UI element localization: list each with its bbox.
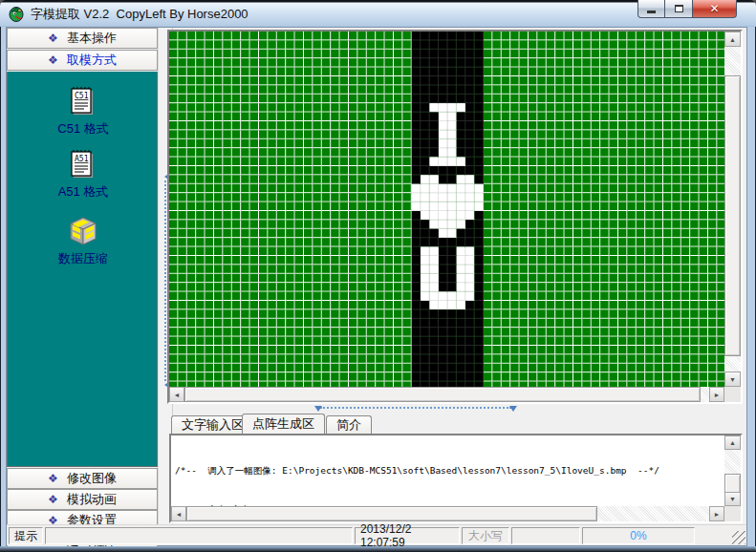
window-bottom-border <box>0 546 756 552</box>
tool-panel: C51 C51 格式 A51 A51 格式 <box>7 72 158 467</box>
scrollbar-thumb[interactable] <box>724 75 741 356</box>
maximize-icon <box>675 5 683 12</box>
scroll-up-button[interactable]: ▲ <box>724 32 741 47</box>
app-icon <box>9 6 25 22</box>
svg-text:A51: A51 <box>75 155 89 163</box>
app-window: 字模提取 V2.2 CopyLeft By Horse2000 ✕ ❖ 基本操作… <box>0 0 756 552</box>
a51-notepad-icon: A51 <box>67 148 99 180</box>
pixel-grid-canvas[interactable] <box>169 32 724 387</box>
status-caps: 大小写 <box>462 527 509 544</box>
scroll-down-button[interactable]: ▼ <box>724 372 741 387</box>
output-textarea[interactable]: /*-- 调入了一幅图像: E:\Projects\KDB-MCS51\soft… <box>171 435 724 506</box>
tab-dot-matrix-output[interactable]: 点阵生成区 <box>242 414 325 434</box>
tab-label: 点阵生成区 <box>252 415 314 433</box>
maximize-button[interactable] <box>665 0 692 18</box>
sidebar-button-label: 模拟动画 <box>67 491 117 508</box>
collapse-down-icon <box>509 406 517 412</box>
resize-grip[interactable] <box>732 531 745 544</box>
diamond-icon: ❖ <box>48 54 58 66</box>
scroll-left-button[interactable]: ◄ <box>169 387 184 402</box>
svg-text:C51: C51 <box>75 92 89 100</box>
output-line: /*-- 调入了一幅图像: E:\Projects\KDB-MCS51\soft… <box>175 464 724 478</box>
tool-data-compress[interactable]: 数据压缩 <box>8 215 159 267</box>
sidebar-button-label: 取模方式 <box>67 52 117 69</box>
datetime-label: 2013/12/2 12:07:59 <box>360 522 454 549</box>
minimize-icon <box>647 11 656 13</box>
diamond-icon: ❖ <box>48 32 58 44</box>
tool-label: A51 格式 <box>8 183 159 201</box>
status-message-panel <box>45 527 353 544</box>
pixel-grid-viewport <box>169 32 724 387</box>
tab-bar: 文字输入区 点阵生成区 简介 <box>169 414 743 434</box>
tab-label: 文字输入区 <box>182 416 244 434</box>
status-datetime: 2013/12/2 12:07:59 <box>355 527 460 544</box>
status-bar: 提示 2013/12/2 12:07:59 大小写 0% <box>7 524 746 545</box>
scroll-left-button[interactable]: ◄ <box>171 506 186 521</box>
close-icon: ✕ <box>709 3 719 14</box>
diamond-icon: ❖ <box>48 473 58 484</box>
output-panel: /*-- 调入了一幅图像: E:\Projects\KDB-MCS51\soft… <box>169 434 743 523</box>
tool-a51-format[interactable]: A51 A51 格式 <box>8 148 159 201</box>
caps-label: 大小写 <box>468 528 503 544</box>
titlebar[interactable]: 字模提取 V2.2 CopyLeft By Horse2000 ✕ <box>0 0 756 27</box>
status-hint-label: 提示 <box>14 528 37 544</box>
sidebar-button-extract-mode[interactable]: ❖ 取模方式 <box>7 50 158 71</box>
output-splitter[interactable] <box>167 404 743 413</box>
pixel-grid-frame: ▲ ▼ ◄ ► <box>167 30 743 404</box>
window-title: 字模提取 V2.2 CopyLeft By Horse2000 <box>31 6 248 23</box>
sidebar-button-label: 基本操作 <box>67 30 117 47</box>
scrollbar-thumb[interactable] <box>184 387 701 402</box>
scroll-down-button[interactable]: ▼ <box>724 492 741 506</box>
output-vertical-scrollbar[interactable]: ▲ ▼ <box>724 435 741 506</box>
output-horizontal-scrollbar[interactable]: ◄ ► <box>171 506 724 521</box>
c51-notepad-icon: C51 <box>67 85 99 117</box>
tool-label: C51 格式 <box>8 120 159 138</box>
grid-vertical-scrollbar[interactable]: ▲ ▼ <box>724 32 741 387</box>
status-empty-panel <box>511 527 580 544</box>
scrollbar-thumb[interactable] <box>186 506 597 521</box>
tab-intro[interactable]: 简介 <box>326 415 372 434</box>
close-button[interactable]: ✕ <box>692 0 737 18</box>
tool-c51-format[interactable]: C51 C51 格式 <box>8 85 159 138</box>
sidebar-button-basic-ops[interactable]: ❖ 基本操作 <box>7 28 158 49</box>
tool-label: 数据压缩 <box>8 250 159 267</box>
collapse-down-icon <box>314 406 322 412</box>
grid-horizontal-scrollbar[interactable]: ◄ ► <box>169 387 724 402</box>
diamond-icon: ❖ <box>48 494 58 505</box>
progress-label: 0% <box>630 529 646 542</box>
yellow-cube-icon <box>67 215 99 247</box>
client-area: ❖ 基本操作 ❖ 取模方式 C51 C51 格式 <box>6 27 747 546</box>
sidebar-button-simulate-animation[interactable]: ❖ 模拟动画 <box>7 489 158 510</box>
status-hint-panel: 提示 <box>9 527 43 544</box>
status-progress: 0% <box>582 527 695 544</box>
scroll-right-button[interactable]: ► <box>709 387 724 402</box>
minimize-button[interactable] <box>637 0 665 18</box>
tab-label: 简介 <box>336 416 361 434</box>
scroll-right-button[interactable]: ► <box>709 506 724 521</box>
output-splitter-handle[interactable] <box>320 407 511 411</box>
scroll-up-button[interactable]: ▲ <box>724 435 741 450</box>
sidebar-button-label: 修改图像 <box>67 470 117 487</box>
sidebar-button-edit-image[interactable]: ❖ 修改图像 <box>7 468 158 489</box>
